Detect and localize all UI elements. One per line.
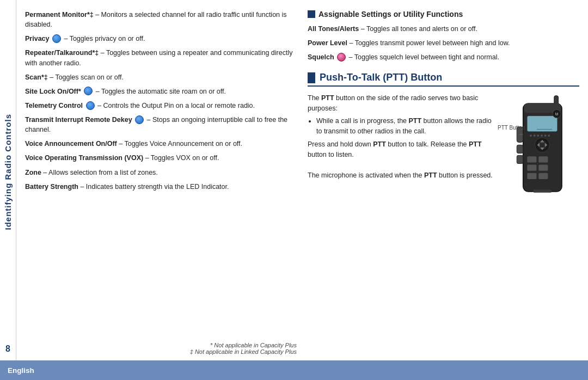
privacy-icon xyxy=(52,34,61,43)
entry-vox: Voice Operating Transmission (VOX) – Tog… xyxy=(25,153,297,163)
entry-power-level: Power Level – Toggles transmit power lev… xyxy=(308,38,579,48)
entry-scan: Scan*‡ – Toggles scan on or off. xyxy=(25,72,297,82)
entry-battery: Battery Strength – Indicates battery str… xyxy=(25,182,297,192)
ptt-bullet-1: While a call is in progress, the PTT but… xyxy=(316,116,498,137)
ptt-press-text: Press and hold down PTT button to talk. … xyxy=(308,139,498,160)
ptt-body: The PTT button on the side of the radio … xyxy=(308,93,579,204)
footnote-1: * Not applicable in Capacity Plus xyxy=(25,342,297,348)
entry-bold-power-level: Power Level xyxy=(308,39,347,47)
entry-bold-battery: Battery Strength xyxy=(25,183,78,191)
entry-bold-transmit-interrupt: Transmit Interrupt Remote Dekey xyxy=(25,116,132,124)
svg-point-6 xyxy=(537,135,539,137)
ptt-bullets: While a call is in progress, the PTT but… xyxy=(316,116,498,137)
entry-bold-vox: Voice Operating Transmission (VOX) xyxy=(25,154,143,162)
sidebar-label: Identifying Radio Controls xyxy=(3,114,13,230)
entry-site-lock: Site Lock On/Off* – Toggles the automati… xyxy=(25,87,297,96)
entry-bold-telemetry: Telemetry Control xyxy=(25,102,83,109)
entry-bold-permanent-monitor: Permanent Monitor*‡ xyxy=(25,11,94,19)
ptt-header-text: Push-To-Talk (PTT) Button xyxy=(320,72,442,83)
svg-point-8 xyxy=(544,135,547,137)
ptt-header-icon xyxy=(308,72,315,83)
entry-bold-site-lock: Site Lock On/Off* xyxy=(25,88,81,95)
ptt-section-header: Push-To-Talk (PTT) Button xyxy=(308,72,579,87)
squelch-icon xyxy=(337,53,346,62)
svg-rect-17 xyxy=(517,145,523,154)
radio-image-container: PTT Button xyxy=(503,93,579,204)
svg-rect-19 xyxy=(527,157,536,163)
left-column: Permanent Monitor*‡ – Monitors a selecte… xyxy=(25,10,297,355)
entry-bold-voice-announcement: Voice Announcement On/Off xyxy=(25,140,117,148)
ptt-mic-text: The microphone is activated when the PTT… xyxy=(308,170,498,181)
footnote-2: ‡ Not applicable in Linked Capacity Plus xyxy=(25,348,297,355)
svg-rect-20 xyxy=(538,157,548,163)
ptt-arrow-line xyxy=(537,129,552,130)
page-number: 8 xyxy=(5,344,10,354)
entry-bold-all-tones: All Tones/Alerts xyxy=(308,25,359,33)
svg-rect-23 xyxy=(527,173,536,179)
entry-bold-repeater: Repeater/Talkaround*‡ xyxy=(25,49,99,57)
entry-privacy: Privacy – Toggles privacy on or off. xyxy=(25,34,297,44)
entry-telemetry: Telemetry Control – Controls the Output … xyxy=(25,101,297,111)
entry-transmit-interrupt: Transmit Interrupt Remote Dekey – Stops … xyxy=(25,115,297,134)
entry-bold-scan: Scan*‡ xyxy=(25,73,48,81)
ptt-button-label: PTT Button xyxy=(498,125,525,131)
svg-rect-21 xyxy=(527,165,536,171)
assignable-header-text: Assignable Settings or Utility Functions xyxy=(318,10,463,19)
entry-zone: Zone – Allows selection from a list of z… xyxy=(25,168,297,177)
svg-rect-18 xyxy=(517,156,523,164)
footnotes: * Not applicable in Capacity Plus ‡ Not … xyxy=(25,339,297,355)
transmit-interrupt-icon xyxy=(135,115,144,124)
svg-text:M: M xyxy=(555,112,559,116)
assignable-header-icon xyxy=(308,10,315,18)
bottom-bar: English xyxy=(0,360,588,380)
svg-point-7 xyxy=(541,135,543,137)
svg-point-4 xyxy=(530,135,532,137)
right-column: Assignable Settings or Utility Functions… xyxy=(308,10,579,355)
svg-point-9 xyxy=(548,135,550,137)
ptt-text-area: The PTT button on the side of the radio … xyxy=(308,93,498,204)
entry-permanent-monitor: Permanent Monitor*‡ – Monitors a selecte… xyxy=(25,10,297,29)
entry-bold-privacy: Privacy xyxy=(25,35,49,42)
entry-squelch: Squelch – Toggles squelch level between … xyxy=(308,52,579,62)
site-lock-icon xyxy=(84,87,93,95)
assignable-section-header: Assignable Settings or Utility Functions xyxy=(308,10,579,19)
entry-bold-zone: Zone xyxy=(25,169,41,176)
entry-repeater: Repeater/Talkaround*‡ – Toggles between … xyxy=(25,48,297,68)
svg-rect-24 xyxy=(538,173,548,179)
svg-point-5 xyxy=(534,135,536,137)
entry-bold-squelch: Squelch xyxy=(308,53,334,61)
ptt-intro: The PTT button on the side of the radio … xyxy=(308,93,498,114)
radio-illustration: M xyxy=(503,93,579,202)
telemetry-icon xyxy=(86,101,95,110)
entry-voice-announcement: Voice Announcement On/Off – Toggles Voic… xyxy=(25,139,297,149)
svg-rect-27 xyxy=(534,190,552,193)
svg-rect-22 xyxy=(538,165,548,171)
entry-all-tones: All Tones/Alerts – Toggles all tones and… xyxy=(308,24,579,34)
language-label: English xyxy=(8,366,34,375)
